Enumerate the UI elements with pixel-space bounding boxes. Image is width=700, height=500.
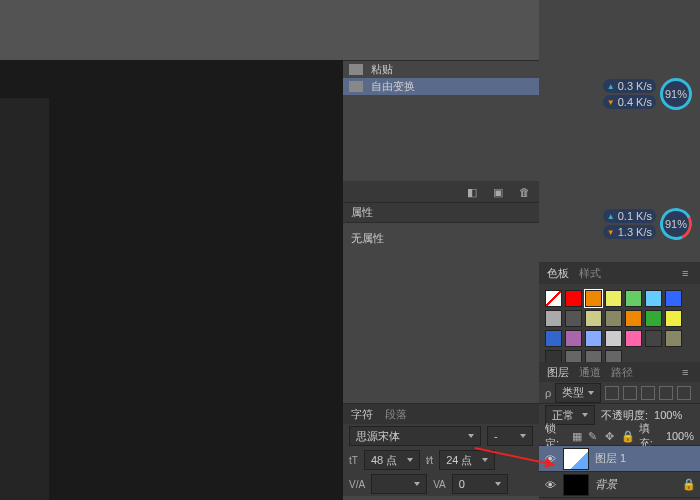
download-icon: ▼ [607,228,615,237]
panel-menu-icon[interactable] [682,267,694,279]
properties-tab[interactable]: 属性 [343,203,539,223]
middle-column: 粘贴 自由变换 ◧ ▣ 🗑 属性 无属性 字符 段落 思源宋体 [343,60,539,500]
upload-icon: ▲ [607,82,615,91]
filter-adjust-icon[interactable] [623,386,637,400]
leading-icon: t⁄t [426,455,433,466]
network-widget-1: ▲0.3 K/s ▼0.4 K/s 91% [603,78,692,110]
swatch[interactable] [625,310,642,327]
tab-character[interactable]: 字符 [351,407,373,422]
swatch[interactable] [565,290,582,307]
size-icon: tT [349,455,358,466]
swatch[interactable] [645,330,662,347]
swatch[interactable] [605,310,622,327]
lock-transparent-icon[interactable]: ▦ [572,430,582,442]
chevron-down-icon [582,413,588,417]
camera-icon[interactable]: ▣ [491,186,505,198]
properties-body: 无属性 [343,223,539,403]
layer-name[interactable]: 背景 [595,477,617,492]
tab-swatches[interactable]: 色板 [547,266,569,281]
kerning-icon: V/A [349,479,365,490]
usage-ring: 91% [660,78,692,110]
swatch[interactable] [565,310,582,327]
filter-pixel-icon[interactable] [605,386,619,400]
network-widget-2: ▲0.1 K/s ▼1.3 K/s 91% [603,208,692,240]
lock-all-icon[interactable]: 🔒 [621,430,633,442]
swatch-grid [539,284,700,373]
history-footer: ◧ ▣ 🗑 [343,181,539,203]
layer-thumbnail[interactable] [563,474,589,496]
font-style-dropdown[interactable]: - [487,426,533,446]
swatch[interactable] [585,310,602,327]
chevron-down-icon [468,434,474,438]
lock-pixels-icon[interactable]: ✎ [588,430,598,442]
character-panel: 字符 段落 思源宋体 - tT 48 点 t⁄t 24 点 V/A [343,403,539,496]
upload-icon: ▲ [607,212,615,221]
lock-icon: 🔒 [682,478,696,491]
layer-kind-dropdown[interactable]: 类型 [555,383,601,403]
font-family-dropdown[interactable]: 思源宋体 [349,426,481,446]
tracking-dropdown[interactable]: 0 [452,474,508,494]
swatch[interactable] [665,330,682,347]
layers-panel: 图层 通道 路径 ρ 类型 正常 不透明度: 100% 锁定: [539,362,700,500]
filter-shape-icon[interactable] [659,386,673,400]
art-history-icon[interactable]: ◧ [465,186,479,198]
swatch[interactable] [545,310,562,327]
swatch[interactable] [605,290,622,307]
history-panel: 粘贴 自由变换 ◧ ▣ 🗑 [343,60,539,202]
tab-styles[interactable]: 样式 [579,266,601,281]
font-size-dropdown[interactable]: 48 点 [364,450,420,470]
lock-position-icon[interactable]: ✥ [605,430,615,442]
swatch[interactable] [585,290,602,307]
swatch[interactable] [625,290,642,307]
history-label: 自由变换 [371,79,415,94]
layer-row[interactable]: 👁 图层 1 [539,446,700,472]
tracking-icon: VA [433,479,446,490]
leading-dropdown[interactable]: 24 点 [439,450,495,470]
swatch[interactable] [605,330,622,347]
layer-thumbnail[interactable] [563,448,589,470]
right-column: ▲0.3 K/s ▼0.4 K/s 91% ▲0.1 K/s ▼1.3 K/s … [539,0,700,500]
usage-ring: 91% [655,203,696,244]
filter-smart-icon[interactable] [677,386,691,400]
visibility-icon[interactable]: 👁 [543,479,557,491]
swatch[interactable] [585,330,602,347]
swatch[interactable] [665,310,682,327]
kerning-dropdown[interactable] [371,474,427,494]
chevron-down-icon [414,482,420,486]
swatch[interactable] [625,330,642,347]
swatch[interactable] [665,290,682,307]
tab-paragraph[interactable]: 段落 [385,407,407,422]
history-item-transform[interactable]: 自由变换 [343,78,539,95]
swatch[interactable] [545,330,562,347]
layer-row[interactable]: 👁 背景 🔒 [539,472,700,498]
chevron-down-icon [407,458,413,462]
swatch[interactable] [565,330,582,347]
trash-icon[interactable]: 🗑 [517,186,531,198]
folder-icon [349,64,363,75]
history-item-paste[interactable]: 粘贴 [343,61,539,78]
tab-layers[interactable]: 图层 [547,365,569,380]
tab-paths[interactable]: 路径 [611,365,633,380]
swatch[interactable] [545,290,562,307]
canvas-content [0,98,49,500]
chevron-down-icon [495,482,501,486]
folder-icon [349,81,363,92]
canvas-area[interactable] [0,60,343,500]
download-icon: ▼ [607,98,615,107]
character-tabs: 字符 段落 [343,404,539,424]
chevron-down-icon [520,434,526,438]
fill-value[interactable]: 100% [666,430,694,442]
swatch[interactable] [645,310,662,327]
tab-channels[interactable]: 通道 [579,365,601,380]
properties-panel: 属性 无属性 [343,202,539,403]
history-label: 粘贴 [371,62,393,77]
panel-menu-icon[interactable] [682,366,694,378]
chevron-down-icon [482,458,488,462]
swatch[interactable] [645,290,662,307]
layer-name[interactable]: 图层 1 [595,451,626,466]
filter-type-icon[interactable] [641,386,655,400]
chevron-down-icon [588,391,594,395]
opacity-value[interactable]: 100% [654,409,682,421]
